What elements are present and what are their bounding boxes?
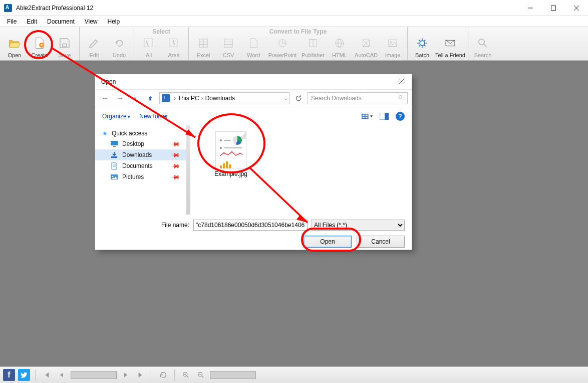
powerpoint-label: PowerPoint (268, 52, 297, 58)
menu-help[interactable]: Help (103, 17, 125, 26)
page-slider[interactable] (71, 371, 117, 379)
save-icon (58, 36, 72, 50)
sidebar-item-downloads[interactable]: Downloads 📌 (95, 149, 186, 160)
breadcrumb[interactable]: › This PC › Downloads ⌵ (159, 92, 289, 104)
svg-rect-47 (363, 115, 365, 116)
sidebar-scrollbar[interactable] (186, 125, 190, 215)
convert-publisher-button[interactable]: Publisher (299, 27, 327, 60)
dialog-close-button[interactable] (395, 76, 409, 86)
search-icon (398, 95, 404, 102)
minimize-button[interactable] (519, 0, 542, 16)
menu-view[interactable]: View (80, 17, 103, 26)
search-button[interactable]: Search (470, 27, 495, 60)
menu-file[interactable]: File (2, 17, 22, 26)
svg-point-61 (231, 151, 233, 153)
nav-forward-button[interactable]: → (114, 92, 126, 104)
sidebar-label: Downloads (122, 151, 152, 158)
svg-line-31 (419, 45, 420, 46)
svg-point-62 (239, 153, 241, 154)
chevron-right-icon: › (172, 95, 178, 102)
breadcrumb-folder[interactable]: Downloads (205, 95, 235, 102)
word-label: Word (247, 52, 260, 58)
tell-friend-button[interactable]: Tell a Friend (435, 27, 466, 60)
twitter-icon[interactable] (18, 369, 30, 381)
search-input[interactable]: Search Downloads (308, 92, 408, 104)
nav-back-button[interactable]: ← (99, 92, 111, 104)
convert-html-button[interactable]: HTML (327, 27, 352, 60)
open-button[interactable]: Open (2, 27, 27, 60)
sidebar-item-pictures[interactable]: Pictures 📌 (95, 171, 186, 182)
open-label: Open (8, 52, 22, 58)
downloads-icon (110, 151, 118, 159)
nav-up-button[interactable] (144, 92, 156, 104)
batch-label: Batch (415, 52, 429, 58)
file-thumbnail-icon (215, 131, 246, 168)
html-label: HTML (332, 52, 347, 58)
nav-history-dropdown[interactable]: ▾ (129, 92, 141, 104)
maximize-button[interactable] (542, 0, 565, 16)
menu-edit[interactable]: Edit (22, 17, 42, 26)
file-item-example[interactable]: Example.jpg (211, 131, 250, 177)
breadcrumb-root[interactable]: This PC (178, 95, 199, 102)
edit-button[interactable]: Edit (82, 27, 107, 60)
filetype-dropdown[interactable]: All Files (*.*) (312, 220, 405, 231)
organize-button[interactable]: Organize (102, 113, 130, 120)
search-icon (476, 36, 490, 50)
dialog-bottom: File name: All Files (*.*) Open Cancel (95, 215, 412, 255)
refresh-icon (295, 95, 302, 102)
svg-line-40 (201, 375, 203, 377)
open-file-button[interactable]: Open (304, 236, 352, 248)
create-button[interactable]: Create (27, 27, 52, 60)
new-folder-button[interactable]: New folder (139, 113, 168, 120)
convert-powerpoint-button[interactable]: PowerPoint (266, 27, 299, 60)
image-icon (386, 36, 400, 50)
zoom-in-button[interactable] (180, 369, 192, 381)
dialog-titlebar: Open (95, 74, 412, 89)
convert-word-button[interactable]: Word (241, 27, 266, 60)
menu-document[interactable]: Document (42, 17, 80, 26)
convert-image-button[interactable]: Image (380, 27, 405, 60)
preview-pane-button[interactable] (379, 112, 390, 121)
sidebar-item-quick-access[interactable]: ★ Quick access (95, 128, 186, 138)
select-all-button[interactable]: All (136, 28, 161, 60)
undo-icon (112, 36, 126, 50)
filename-input[interactable] (193, 220, 308, 231)
prev-page-button[interactable] (56, 369, 68, 381)
next-page-button[interactable] (120, 369, 132, 381)
all-label: All (146, 52, 152, 58)
pin-icon: 📌 (170, 139, 181, 149)
save-button[interactable]: Save (52, 27, 77, 60)
rotate-button[interactable] (157, 369, 169, 381)
svg-rect-46 (362, 114, 369, 119)
publisher-label: Publisher (302, 52, 325, 58)
cancel-button[interactable]: Cancel (357, 236, 405, 248)
svg-point-23 (420, 41, 425, 46)
first-page-button[interactable] (41, 369, 53, 381)
svg-rect-54 (113, 146, 116, 147)
convert-autocad-button[interactable]: AutoCAD (352, 27, 380, 60)
sidebar-item-desktop[interactable]: Desktop 📌 (95, 138, 186, 149)
last-page-button[interactable] (135, 369, 147, 381)
view-mode-button[interactable] (362, 112, 373, 121)
convert-excel-button[interactable]: Excel (191, 27, 216, 60)
svg-point-22 (390, 42, 392, 43)
up-arrow-icon (147, 95, 154, 102)
close-button[interactable] (565, 0, 588, 16)
facebook-icon[interactable]: f (3, 369, 15, 381)
excel-label: Excel (197, 52, 210, 58)
zoom-out-button[interactable] (195, 369, 207, 381)
select-area-button[interactable]: Area (161, 28, 186, 60)
file-pane[interactable]: Example.jpg (190, 125, 412, 215)
refresh-button[interactable] (292, 92, 305, 104)
chevron-down-icon[interactable]: ⌵ (284, 96, 287, 101)
batch-button[interactable]: Batch (410, 27, 435, 60)
open-dialog: Open ← → ▾ › This PC › Downloads ⌵ Searc… (95, 74, 412, 250)
csv-label: CSV (223, 52, 234, 58)
downloads-icon (162, 94, 170, 102)
sidebar-item-documents[interactable]: Documents 📌 (95, 160, 186, 171)
undo-button[interactable]: Undo (107, 27, 132, 60)
tell-label: Tell a Friend (435, 52, 465, 58)
convert-csv-button[interactable]: CSV (216, 27, 241, 60)
zoom-slider[interactable] (210, 371, 256, 379)
help-button[interactable]: ? (396, 112, 405, 121)
